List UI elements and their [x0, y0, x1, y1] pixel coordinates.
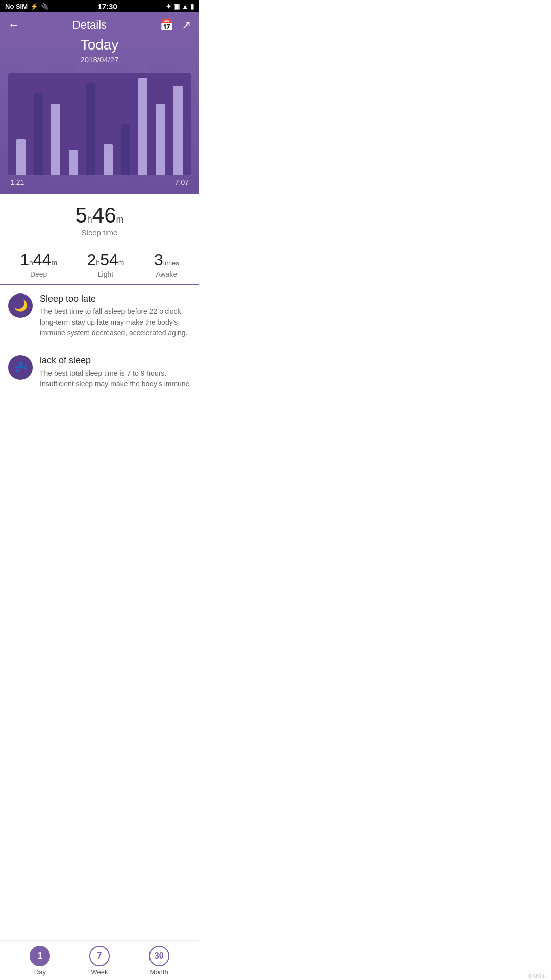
sleep-total: 5h46m — [8, 205, 191, 226]
tip-item-1: 💤 lack of sleep The best total sleep tim… — [0, 347, 199, 398]
light-label: Light — [87, 270, 124, 278]
date-sub: 2018/04/27 — [0, 55, 199, 64]
sleep-breakdown: 1h44m Deep 2h54m Light 3times Awake — [0, 243, 199, 285]
battery-icon: ▮ — [190, 3, 194, 10]
chart-bar — [69, 150, 78, 175]
tip-item-0: 🌙 Sleep too late The best time to fall a… — [0, 285, 199, 347]
page-title: Details — [72, 18, 107, 32]
sleep-hours: 5 — [75, 203, 87, 227]
awake-value: 3times — [154, 252, 179, 268]
tip-icon-1: 💤 — [8, 355, 33, 380]
date-title: Today — [0, 32, 199, 53]
deep-sleep-value: 1h44m — [20, 252, 57, 268]
awake-label: Awake — [154, 270, 179, 278]
purple-section: Today 2018/04/27 1:21 7:07 — [0, 32, 199, 194]
sleep-minutes: 46 — [92, 203, 116, 227]
sleep-chart — [8, 73, 191, 175]
chart-bar — [34, 93, 43, 175]
wifi-icon: ▲ — [182, 3, 188, 10]
status-time: 17:30 — [97, 2, 117, 11]
header-actions: 📅 ↗ — [160, 18, 191, 32]
chart-bar — [138, 78, 147, 175]
deep-hours: 1 — [20, 251, 29, 269]
chart-bar — [173, 86, 183, 175]
tip-body-0: The best time to fall asleep before 22 o… — [40, 306, 191, 338]
chart-time-start: 1:21 — [10, 178, 24, 186]
deep-sleep-item: 1h44m Deep — [20, 252, 57, 278]
light-sleep-value: 2h54m — [87, 252, 124, 268]
sleep-stats-section: 5h46m Sleep time — [0, 194, 199, 243]
tip-icon-0: 🌙 — [8, 293, 33, 318]
back-button[interactable]: ← — [8, 18, 19, 32]
awake-count: 3 — [154, 251, 163, 269]
bluetooth-icon: ✦ — [166, 3, 171, 10]
light-hours: 2 — [87, 251, 96, 269]
chart-bar — [51, 104, 60, 175]
light-minutes: 54 — [100, 251, 118, 269]
sleep-minutes-unit: m — [116, 214, 124, 225]
chart-bar — [86, 83, 95, 175]
sleep-hours-unit: h — [87, 214, 92, 225]
awake-unit: times — [163, 259, 179, 267]
chart-bar — [16, 139, 26, 175]
tip-title-0: Sleep too late — [40, 293, 191, 304]
chart-bar — [104, 144, 113, 175]
light-sleep-item: 2h54m Light — [87, 252, 124, 278]
app-header: ← Details 📅 ↗ — [0, 12, 199, 32]
deep-minutes: 44 — [33, 251, 52, 269]
awake-item: 3times Awake — [154, 252, 179, 278]
tip-body-1: The best total sleep time is 7 to 9 hour… — [40, 368, 191, 389]
chart-time-end: 7:07 — [175, 178, 189, 186]
no-sim-label: No SIM — [5, 3, 28, 10]
status-left: No SIM ⚡ 🔌 — [5, 3, 49, 10]
calendar-icon[interactable]: 📅 — [160, 18, 173, 32]
chart-time-row: 1:21 7:07 — [0, 175, 199, 186]
sleep-label: Sleep time — [8, 228, 191, 237]
usb-icon: ⚡ — [30, 3, 38, 10]
status-bar: No SIM ⚡ 🔌 17:30 ✦ ▥ ▲ ▮ — [0, 0, 199, 12]
deep-label: Deep — [20, 270, 57, 278]
status-right: ✦ ▥ ▲ ▮ — [166, 3, 194, 10]
tip-title-1: lack of sleep — [40, 355, 191, 366]
share-icon[interactable]: ↗ — [182, 18, 191, 32]
storage-icon: 🔌 — [41, 3, 49, 10]
tip-content-1: lack of sleep The best total sleep time … — [40, 355, 191, 389]
vibrate-icon: ▥ — [173, 3, 180, 10]
chart-bar — [156, 104, 165, 175]
tips-section: 🌙 Sleep too late The best time to fall a… — [0, 285, 199, 398]
tip-content-0: Sleep too late The best time to fall asl… — [40, 293, 191, 338]
chart-bar — [121, 124, 130, 175]
